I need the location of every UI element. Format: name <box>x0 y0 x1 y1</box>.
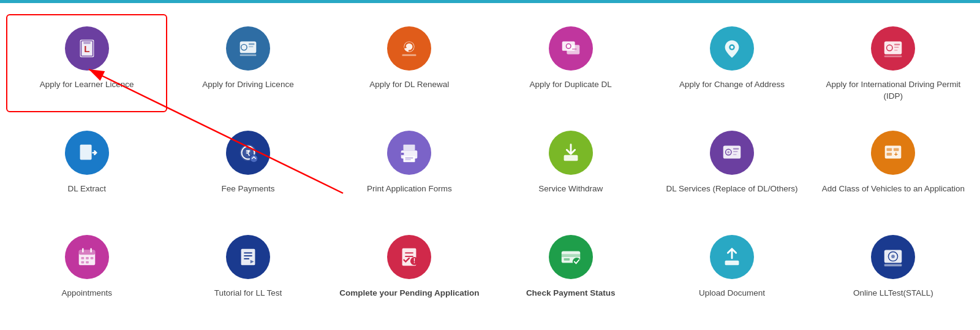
svg-rect-69 <box>561 254 579 257</box>
icon-circle-service-withdraw <box>549 131 593 175</box>
icon-circle-dl-services <box>710 131 754 175</box>
svg-point-75 <box>891 255 895 258</box>
icon-circle-upload-document <box>710 235 754 279</box>
svg-rect-5 <box>83 42 90 44</box>
card-label-fee-payments: Fee Payments <box>221 183 274 195</box>
icon-circle-appointments <box>65 235 109 279</box>
svg-text:₹: ₹ <box>246 149 251 158</box>
card-service-withdraw[interactable]: Service Withdraw <box>490 118 651 217</box>
svg-rect-57 <box>81 261 84 264</box>
svg-rect-51 <box>78 250 95 255</box>
card-dl-extract[interactable]: DL Extract <box>6 118 167 217</box>
svg-rect-37 <box>405 159 412 160</box>
svg-rect-54 <box>81 257 84 259</box>
svg-rect-43 <box>733 151 738 152</box>
card-label-apply-change-address: Apply for Change of Address <box>679 79 785 91</box>
svg-rect-23 <box>894 47 899 48</box>
svg-rect-45 <box>885 146 902 159</box>
svg-rect-17 <box>572 48 577 50</box>
svg-rect-35 <box>401 153 404 155</box>
card-apply-idp[interactable]: Apply for International Driving Permit (… <box>813 14 974 112</box>
svg-rect-38 <box>564 155 578 161</box>
card-label-service-withdraw: Service Withdraw <box>538 183 603 195</box>
svg-rect-9 <box>249 46 254 47</box>
icon-circle-dl-extract <box>65 131 109 175</box>
svg-text:!: ! <box>413 258 415 264</box>
card-tutorial-ll[interactable]: Tutorial for LL Test <box>167 223 328 321</box>
svg-rect-36 <box>405 158 413 159</box>
svg-rect-15 <box>567 45 579 54</box>
card-label-apply-duplicate-dl: Apply for Duplicate DL <box>530 79 612 91</box>
icon-circle-apply-duplicate-dl <box>549 26 593 71</box>
card-complete-pending[interactable]: ! Complete your Pending Application <box>329 223 490 321</box>
card-label-print-application: Print Application Forms <box>367 183 452 195</box>
icon-circle-complete-pending: ! <box>387 235 431 279</box>
svg-rect-48 <box>887 153 892 156</box>
card-label-upload-document: Upload Document <box>699 288 765 299</box>
card-apply-dl-renewal[interactable]: Apply for DL Renewal <box>329 14 490 112</box>
card-add-class-vehicles[interactable]: + Add Class of Vehicles to an Applicatio… <box>813 118 974 217</box>
card-label-apply-idp: Apply for International Driving Permit (… <box>819 79 968 102</box>
card-check-payment[interactable]: Check Payment Status <box>490 223 651 321</box>
svg-rect-8 <box>249 43 255 45</box>
card-appointments[interactable]: Appointments <box>6 223 167 321</box>
svg-rect-55 <box>86 257 89 259</box>
svg-rect-25 <box>884 55 902 57</box>
card-label-dl-services: DL Services (Replace of DL/Others) <box>666 183 798 195</box>
svg-rect-44 <box>733 154 737 155</box>
svg-point-41 <box>727 151 729 153</box>
svg-rect-72 <box>725 261 739 266</box>
card-apply-learner-licence[interactable]: L Apply for Learner Licence <box>6 14 167 112</box>
icon-circle-check-payment <box>549 235 593 279</box>
svg-rect-32 <box>404 145 415 151</box>
card-label-apply-driving-licence: Apply for Driving Licence <box>202 79 293 91</box>
card-label-add-class-vehicles: Add Class of Vehicles to an Application <box>822 183 965 195</box>
card-label-apply-dl-renewal: Apply for DL Renewal <box>369 79 449 91</box>
card-label-appointments: Appointments <box>61 288 112 299</box>
icon-circle-apply-idp <box>871 26 915 71</box>
svg-rect-6 <box>240 42 257 53</box>
card-upload-document[interactable]: Upload Document <box>651 223 812 321</box>
svg-rect-58 <box>86 261 89 264</box>
card-dl-services[interactable]: DL Services (Replace of DL/Others) <box>651 118 812 217</box>
svg-text:L: L <box>84 44 89 54</box>
card-apply-duplicate-dl[interactable]: Apply for Duplicate DL <box>490 14 651 112</box>
page-wrapper: L Apply for Learner Licence Apply for Dr… <box>0 3 980 327</box>
card-print-application[interactable]: Print Application Forms <box>329 118 490 217</box>
card-apply-change-address[interactable]: Apply for Change of Address <box>651 14 812 112</box>
svg-rect-70 <box>564 258 570 261</box>
icon-circle-apply-change-address <box>710 26 754 71</box>
svg-rect-46 <box>887 148 892 151</box>
svg-rect-10 <box>240 55 257 56</box>
svg-rect-42 <box>733 148 739 149</box>
service-grid: L Apply for Learner Licence Apply for Dr… <box>0 3 980 327</box>
icon-circle-print-application <box>387 131 431 175</box>
card-label-check-payment: Check Payment Status <box>526 288 616 299</box>
svg-text:+: + <box>894 151 898 158</box>
card-label-complete-pending: Complete your Pending Application <box>339 288 479 299</box>
svg-point-31 <box>251 155 257 162</box>
card-label-online-lltest: Online LLTest(STALL) <box>853 288 933 299</box>
icon-circle-apply-dl-renewal <box>387 26 431 71</box>
card-fee-payments[interactable]: ₹ Fee Payments <box>167 118 328 217</box>
icon-circle-apply-learner-licence: L <box>65 26 109 71</box>
card-label-tutorial-ll: Tutorial for LL Test <box>214 288 282 299</box>
card-label-dl-extract: DL Extract <box>67 183 106 195</box>
card-apply-driving-licence[interactable]: Apply for Driving Licence <box>167 14 328 112</box>
icon-circle-add-class-vehicles: + <box>871 131 915 175</box>
svg-rect-26 <box>80 145 91 160</box>
icon-circle-fee-payments: ₹ <box>226 131 270 175</box>
icon-circle-apply-driving-licence <box>226 26 270 71</box>
icon-circle-online-lltest <box>871 235 915 279</box>
svg-rect-76 <box>884 264 902 266</box>
svg-rect-56 <box>90 257 93 259</box>
svg-rect-24 <box>894 50 898 51</box>
svg-rect-59 <box>241 249 255 266</box>
svg-rect-13 <box>402 55 417 56</box>
icon-circle-tutorial-ll <box>226 235 270 279</box>
card-label-apply-learner-licence: Apply for Learner Licence <box>40 79 134 91</box>
card-online-lltest[interactable]: Online LLTest(STALL) <box>813 223 974 321</box>
svg-point-19 <box>731 46 734 49</box>
svg-rect-22 <box>894 44 900 45</box>
